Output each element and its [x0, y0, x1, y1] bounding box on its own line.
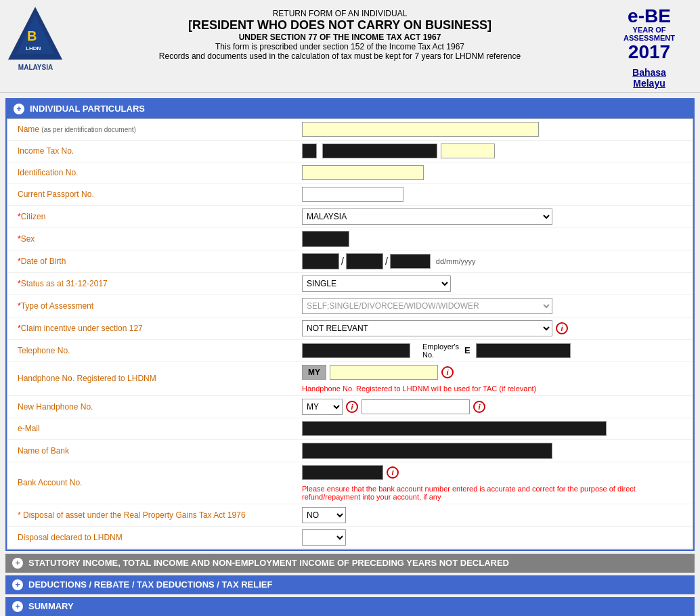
disposal-row: * Disposal of asset under the Real Prope…: [7, 504, 693, 527]
dob-day-select[interactable]: [302, 253, 339, 269]
deductions-header: + DEDUCTIONS / REBATE / TAX DEDUCTIONS /…: [5, 575, 695, 594]
income-tax-suffix-input[interactable]: [441, 144, 495, 158]
claim-incentive-info-icon[interactable]: i: [556, 322, 568, 334]
employer-prefix: E: [464, 345, 471, 355]
header-line5: Records and documents used in the calcul…: [74, 51, 605, 61]
dob-format-label: dd/mm/yyyy: [436, 257, 476, 265]
telephone-input[interactable]: [302, 343, 410, 358]
assessment-type-label: *Type of Assessment: [18, 301, 302, 311]
bank-name-select[interactable]: [302, 443, 552, 459]
assessment-type-select[interactable]: SELF;SINGLE/DIVORCEE/WIDOW/WIDOWER: [302, 298, 552, 314]
new-handphone-label: New Handphone No.: [18, 402, 302, 412]
tax-prefix-box: [302, 144, 317, 158]
statutory-income-label: STATUTORY INCOME, TOTAL INCOME AND NON-E…: [28, 558, 509, 568]
identification-row: Identification No.: [7, 162, 693, 184]
header-line3: UNDER SECTION 77 OF THE INCOME TAX ACT 1…: [74, 32, 605, 42]
header-line4: This form is prescribed under section 15…: [74, 42, 605, 51]
identification-input[interactable]: [302, 165, 424, 180]
telephone-label: Telephone No.: [18, 346, 302, 355]
name-input[interactable]: [302, 122, 539, 137]
logo-malaysia-text: MALAYSIA: [7, 64, 64, 71]
disposal-select[interactable]: NO YES: [302, 507, 346, 523]
citizen-label: *Citizen: [18, 212, 302, 221]
bahasa-melayu-link[interactable]: BahasaMelayu: [605, 67, 693, 89]
new-handphone-row: New Handphone No. MY i i: [7, 396, 693, 418]
employer-label: Employer'sNo.: [422, 343, 459, 359]
statutory-income-header: + STATUTORY INCOME, TOTAL INCOME AND NON…: [5, 554, 695, 573]
bank-name-row: Name of Bank: [7, 440, 693, 462]
income-tax-label: Income Tax No.: [18, 146, 302, 156]
svg-text:B: B: [27, 28, 37, 43]
dob-month-select[interactable]: [346, 253, 383, 269]
statutory-expand-icon[interactable]: +: [12, 558, 23, 569]
disposal-declared-label: Disposal declared to LHDNM: [18, 533, 302, 542]
new-handphone-info-icon[interactable]: i: [473, 401, 485, 413]
bank-account-label: Bank Account No.: [18, 478, 302, 487]
claim-incentive-label: *Claim incentive under section 127: [18, 324, 302, 333]
summary-label: SUMMARY: [28, 601, 74, 611]
passport-input[interactable]: [302, 187, 403, 202]
bank-warning-text: Please ensure that the bank account numb…: [302, 485, 682, 501]
handphone-registered-input[interactable]: [330, 365, 438, 380]
handphone-note: Handphone No. Registered to LHDNM will b…: [302, 384, 682, 393]
claim-incentive-select[interactable]: NOT RELEVANT: [302, 320, 552, 336]
individual-particulars-header: + INDIVIDUAL PARTICULARS: [7, 100, 693, 118]
year-value: 2017: [605, 42, 693, 63]
email-row: e-Mail: [7, 418, 693, 440]
expand-icon[interactable]: +: [14, 104, 24, 114]
handphone-registered-label: Handphone No. Registered to LHDNM: [18, 374, 302, 383]
bank-account-input[interactable]: [302, 465, 383, 480]
summary-header: + SUMMARY: [5, 597, 695, 616]
identification-label: Identification No.: [18, 168, 302, 177]
summary-expand-icon[interactable]: +: [12, 601, 23, 612]
individual-particulars-label: INDIVIDUAL PARTICULARS: [30, 104, 145, 114]
dob-row: *Date of Birth / / dd/mm/yyyy: [7, 250, 693, 273]
status-select[interactable]: SINGLE MARRIED DIVORCED WIDOWED: [302, 276, 451, 292]
svg-text:LHDN: LHDN: [26, 45, 41, 51]
income-tax-input[interactable]: [322, 144, 437, 158]
handphone-info-icon[interactable]: i: [441, 366, 454, 378]
dob-year-input[interactable]: [390, 254, 431, 269]
employer-no-input[interactable]: [476, 343, 571, 358]
status-label: *Status as at 31-12-2017: [18, 279, 302, 288]
email-input[interactable]: [302, 421, 607, 436]
email-label: e-Mail: [18, 424, 302, 433]
header-line2: [RESIDENT WHO DOES NOT CARRY ON BUSINESS…: [74, 18, 605, 32]
citizen-select[interactable]: MALAYSIA OTHER: [302, 208, 552, 225]
passport-row: Current Passport No.: [7, 184, 693, 206]
lhdn-logo: B LHDN: [7, 5, 64, 63]
new-handphone-country-info-icon[interactable]: i: [346, 401, 358, 413]
bank-account-info-icon[interactable]: i: [387, 466, 399, 479]
deductions-expand-icon[interactable]: +: [12, 579, 23, 590]
handphone-registered-row: Handphone No. Registered to LHDNM MY i H…: [7, 362, 693, 396]
name-row: Name (as per identification document): [7, 119, 693, 141]
passport-label: Current Passport No.: [18, 190, 302, 199]
citizen-row: *Citizen MALAYSIA OTHER: [7, 206, 693, 228]
disposal-declared-row: Disposal declared to LHDNM: [7, 527, 693, 549]
income-tax-row: Income Tax No.: [7, 141, 693, 162]
status-row: *Status as at 31-12-2017 SINGLE MARRIED …: [7, 273, 693, 295]
deductions-label: DEDUCTIONS / REBATE / TAX DEDUCTIONS / T…: [28, 579, 272, 590]
ebe-title: e-BE: [605, 7, 693, 26]
bank-name-label: Name of Bank: [18, 446, 302, 456]
name-label: Name (as per identification document): [18, 125, 302, 134]
telephone-row: Telephone No. Employer'sNo. E: [7, 340, 693, 362]
bank-account-row: Bank Account No. i Please ensure that th…: [7, 462, 693, 504]
sex-label: *Sex: [18, 234, 302, 244]
sex-select[interactable]: M F: [302, 231, 349, 247]
disposal-label: * Disposal of asset under the Real Prope…: [18, 510, 302, 520]
new-handphone-country-select[interactable]: MY: [302, 399, 343, 415]
sex-row: *Sex M F: [7, 228, 693, 250]
handphone-country-display: MY: [302, 365, 326, 380]
new-handphone-input[interactable]: [362, 399, 470, 414]
assessment-type-row: *Type of Assessment SELF;SINGLE/DIVORCEE…: [7, 295, 693, 317]
header-line1: RETURN FORM OF AN INDIVIDUAL: [74, 9, 605, 18]
dob-label: *Date of Birth: [18, 257, 302, 266]
claim-incentive-row: *Claim incentive under section 127 NOT R…: [7, 317, 693, 340]
disposal-declared-select[interactable]: [302, 529, 346, 546]
year-of-label: YEAR OF: [605, 26, 693, 34]
